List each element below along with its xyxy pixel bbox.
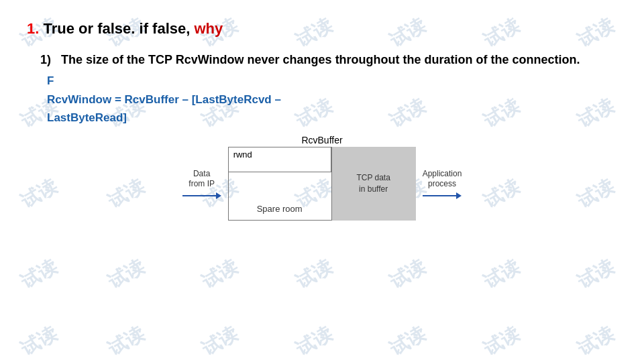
spare-room-label: Spare room [228,204,331,214]
heading-why: why [194,20,223,37]
formula-line1: RcvWindow = RcvBuffer – [LastByteRcvd – [47,93,281,106]
question-item-1: 1) The size of the TCP RcvWindow never c… [27,51,617,127]
data-from-ip-label: Datafrom IP [189,169,215,190]
question-heading: 1. True or false. if false, why [27,20,617,38]
answer-false: F [47,74,617,88]
arrow-line-left [182,195,216,196]
tcp-data-label: TCP datain buffer [331,173,416,196]
heading-text: True or false. if false, [43,20,190,37]
question-number: 1) [40,53,51,66]
rwnd-inner-box: rwnd [228,147,331,172]
buffer-outer-box: rwnd Spare room TCP datain buffer [228,147,416,221]
arrow-line-right [423,195,456,196]
left-arrow [182,192,221,199]
app-process-label: Applicationprocess [423,169,462,190]
question-text-1: 1) The size of the TCP RcvWindow never c… [40,51,617,69]
arrow-head-right [456,192,462,199]
right-arrow [423,192,462,199]
question-body: The size of the TCP RcvWindow never chan… [61,53,580,66]
rcvbuffer-label: RcvBuffer [301,135,342,145]
diagram-container: RcvBuffer Datafrom IP [27,135,617,221]
formula-line2: LastByteRead] [47,111,127,124]
heading-number: 1. [27,20,39,37]
rwnd-label: rwnd [233,149,252,160]
answer-block: F RcvWindow = RcvBuffer – [LastByteRcvd … [40,74,617,127]
app-process-group: Applicationprocess [423,169,462,199]
answer-formula: RcvWindow = RcvBuffer – [LastByteRcvd – … [47,90,617,127]
arrow-head-left [216,192,221,199]
data-from-ip-group: Datafrom IP [182,169,221,199]
